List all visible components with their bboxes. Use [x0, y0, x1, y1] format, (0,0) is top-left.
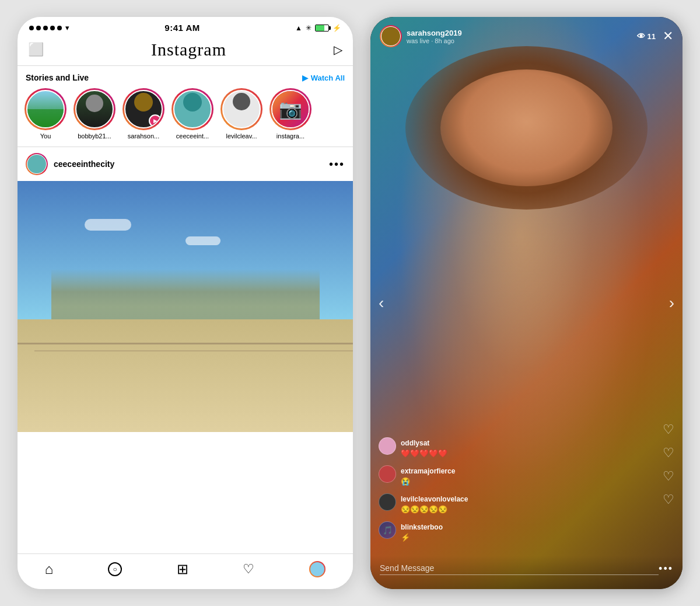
- add-post-icon[interactable]: ⊞: [177, 561, 188, 577]
- story-avatar-wrap-levil: [220, 88, 262, 130]
- live-user-details: sarahsong2019 was live · 8h ago: [407, 29, 462, 44]
- comment-text-2: 😭: [401, 477, 410, 486]
- heart-4[interactable]: ♡: [663, 492, 674, 507]
- post-avatar-inner: [27, 154, 47, 174]
- post-header: ceeceeinthecity •••: [18, 147, 353, 181]
- comment-user-2: extramajorfierce: [401, 467, 455, 475]
- post-user: ceeceeinthecity: [26, 153, 114, 175]
- status-right: ▲ ✳ ⚡: [295, 24, 341, 32]
- play-overlay-sarah: ▶: [149, 114, 162, 127]
- story-avatar-instagram: 📷: [271, 90, 310, 128]
- story-item-bobby[interactable]: bobbyb21...: [74, 88, 116, 140]
- story-item-sarah[interactable]: ▶ sarahson...: [123, 88, 164, 140]
- wifi-icon: ▾: [65, 23, 69, 32]
- prev-button[interactable]: ‹: [379, 294, 384, 312]
- story-avatar-sarah: ▶: [124, 90, 163, 128]
- send-message-input[interactable]: Send Message: [380, 563, 659, 575]
- comment-text-1: ❤️❤️❤️❤️❤️: [401, 449, 447, 458]
- search-icon[interactable]: ○: [108, 562, 122, 576]
- live-header-right: 👁 11 ✕: [637, 29, 673, 44]
- live-user-info: sarahsong2019 was live · 8h ago: [380, 25, 462, 47]
- story-avatar-bobby: [75, 90, 114, 128]
- feed-post: ceeceeinthecity •••: [18, 147, 353, 553]
- cloud1: [85, 219, 131, 231]
- story-label-ceecee: ceeceeint...: [176, 133, 209, 140]
- comment-body-4: blinksterboo ⚡: [401, 521, 443, 542]
- story-avatar-wrap-ceecee: [172, 88, 214, 130]
- story-item-levil[interactable]: levilcleav...: [220, 88, 262, 140]
- bolt-icon: ⚡: [332, 24, 341, 32]
- comment-user-1: oddlysat: [401, 439, 429, 447]
- comment-body-1: oddlysat ❤️❤️❤️❤️❤️: [401, 437, 447, 458]
- stories-section: Stories and Live ▶ Watch All You: [18, 66, 353, 147]
- comment-avatar-extramajor: [379, 465, 396, 483]
- heart-icon[interactable]: ♡: [243, 562, 254, 577]
- story-avatar-you: [26, 90, 65, 128]
- camera-icon[interactable]: ⬜: [28, 42, 44, 57]
- live-avatar-inner: [381, 26, 401, 46]
- heart-1[interactable]: ♡: [663, 422, 674, 437]
- close-button[interactable]: ✕: [663, 29, 673, 44]
- story-label-sarah: sarahson...: [128, 133, 159, 140]
- comment-avatar-blink: 🎵: [379, 521, 396, 539]
- location-icon: ▲: [295, 24, 302, 32]
- bluetooth-icon: ✳: [306, 24, 312, 32]
- post-avatar[interactable]: [26, 153, 48, 175]
- play-icon: ▶: [302, 74, 308, 82]
- live-status: was live · 8h ago: [407, 37, 462, 44]
- stories-list: You bobbyb21... ▶ sarahs: [18, 88, 353, 147]
- story-avatar-levil: [222, 90, 261, 128]
- home-icon[interactable]: ⌂: [45, 561, 54, 577]
- story-item-ceecee[interactable]: ceeceeint...: [172, 88, 214, 140]
- live-footer: Send Message •••: [370, 556, 682, 589]
- nav-profile-avatar-inner: [310, 562, 324, 576]
- comment-text-3: 😒😒😒😒😒: [401, 505, 447, 514]
- story-label-you: You: [40, 133, 51, 140]
- nav-profile-avatar[interactable]: [309, 561, 326, 577]
- comment-body-3: levilcleavonlovelace 😒😒😒😒😒: [401, 493, 468, 514]
- instagram-logo: Instagram: [151, 40, 226, 60]
- story-label-levil: levilcleav...: [226, 133, 257, 140]
- comment-avatar-levil: [379, 493, 396, 511]
- status-bar: ▾ 9:41 AM ▲ ✳ ⚡: [18, 17, 353, 36]
- post-more-button[interactable]: •••: [329, 158, 345, 170]
- post-username[interactable]: ceeceeinthecity: [54, 159, 114, 169]
- status-time: 9:41 AM: [164, 23, 200, 33]
- hearts-column: ♡ ♡ ♡ ♡: [663, 422, 674, 507]
- story-avatar-wrap-bobby: [74, 88, 116, 130]
- signal-dots: ▾: [29, 23, 69, 32]
- story-avatar-wrap-instagram: 📷: [270, 88, 312, 130]
- beach-sand: [18, 319, 353, 433]
- send-icon[interactable]: ▷: [334, 43, 342, 57]
- story-avatar-ceecee: [173, 90, 212, 128]
- comment-text-4: ⚡: [401, 533, 410, 542]
- comment-row-4: 🎵 blinksterboo ⚡: [379, 521, 645, 542]
- stories-title: Stories and Live: [26, 73, 89, 82]
- heart-2[interactable]: ♡: [663, 445, 674, 461]
- story-item-you[interactable]: You: [24, 88, 66, 140]
- live-header: sarahsong2019 was live · 8h ago 👁 11 ✕: [370, 17, 682, 52]
- eye-icon: 👁: [637, 32, 645, 41]
- story-avatar-wrap-sarah: ▶: [123, 88, 164, 130]
- live-more-button[interactable]: •••: [659, 563, 673, 575]
- next-button[interactable]: ›: [669, 294, 674, 312]
- comment-avatar-oddlysat: [379, 437, 396, 455]
- comments-section: oddlysat ❤️❤️❤️❤️❤️ extramajorfierce 😭 l…: [370, 437, 653, 542]
- comment-user-4: blinksterboo: [401, 523, 443, 531]
- story-item-instagram[interactable]: 📷 instagra...: [270, 88, 312, 140]
- phone-right: sarahsong2019 was live · 8h ago 👁 11 ✕ ‹…: [370, 17, 682, 589]
- bottom-nav: ⌂ ○ ⊞ ♡: [18, 553, 353, 589]
- cloud2: [186, 236, 220, 245]
- live-username: sarahsong2019: [407, 29, 462, 37]
- phone-left: ▾ 9:41 AM ▲ ✳ ⚡ ⬜ Instagram ▷ Stories an…: [18, 17, 353, 589]
- story-label-bobby: bobbyb21...: [78, 133, 111, 140]
- comment-row-2: extramajorfierce 😭: [379, 465, 645, 486]
- story-avatar-wrap-you: [24, 88, 66, 130]
- post-image: [18, 181, 353, 432]
- battery-icon: [315, 25, 329, 32]
- watch-all-button[interactable]: ▶ Watch All: [302, 74, 345, 82]
- viewer-count: 👁 11: [637, 32, 656, 41]
- heart-3[interactable]: ♡: [663, 469, 674, 484]
- story-label-instagram: instagra...: [276, 133, 304, 140]
- live-avatar[interactable]: [380, 25, 402, 47]
